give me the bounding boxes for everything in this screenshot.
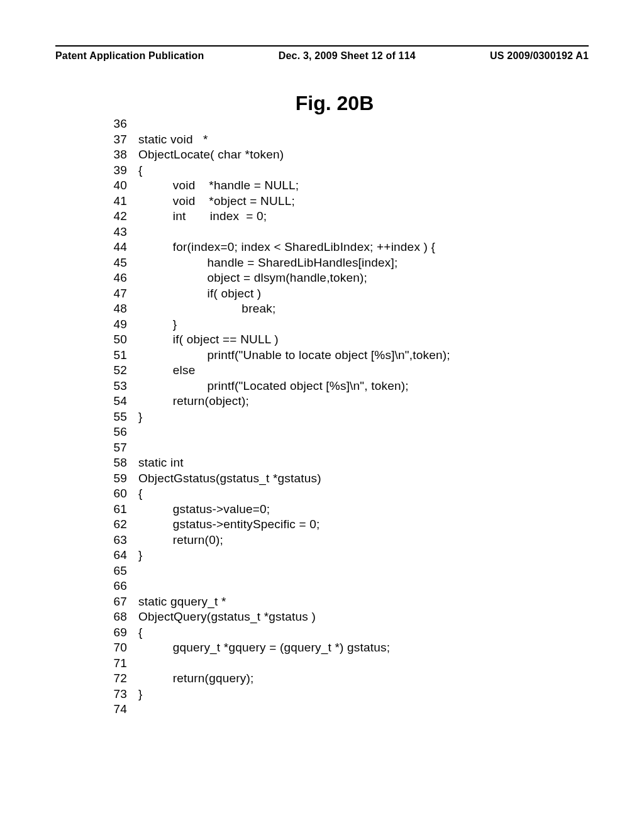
code-text: void *handle = NULL; <box>127 179 299 191</box>
code-text: static gquery_t * <box>127 595 226 607</box>
code-line: 45 handle = SharedLibHandles[index]; <box>99 257 589 268</box>
code-line: 41 void *object = NULL; <box>99 195 589 207</box>
code-text: ObjectQuery(gstatus_t *gstatus ) <box>127 611 316 622</box>
code-line: 40 void *handle = NULL; <box>99 179 589 191</box>
code-text: { <box>127 626 143 638</box>
code-text: printf("Unable to locate object [%s]\n",… <box>127 349 450 361</box>
line-number: 70 <box>99 641 127 653</box>
line-number: 55 <box>99 411 127 423</box>
code-text: printf("Located object [%s]\n", token); <box>127 380 409 392</box>
line-number: 59 <box>99 472 127 484</box>
line-number: 54 <box>99 395 127 407</box>
code-line: 71 <box>99 657 589 669</box>
line-number: 60 <box>99 487 127 499</box>
code-line: 72 return(gquery); <box>99 672 589 684</box>
code-text: int index = 0; <box>127 210 267 222</box>
line-number: 48 <box>99 302 127 314</box>
line-number: 69 <box>99 626 127 638</box>
line-number: 65 <box>99 565 127 577</box>
code-line: 53 printf("Located object [%s]\n", token… <box>99 380 589 392</box>
code-text: } <box>127 318 177 330</box>
code-line: 59ObjectGstatus(gstatus_t *gstatus) <box>99 472 589 484</box>
line-number: 73 <box>99 688 127 700</box>
code-line: 52 else <box>99 364 589 376</box>
line-number: 64 <box>99 549 127 561</box>
code-line: 60{ <box>99 487 589 499</box>
code-line: 43 <box>99 226 589 238</box>
code-line: 61 gstatus->value=0; <box>99 503 589 515</box>
code-text: { <box>127 164 143 176</box>
line-number: 58 <box>99 456 127 468</box>
code-line: 51 printf("Unable to locate object [%s]\… <box>99 349 589 361</box>
line-number: 63 <box>99 534 127 546</box>
code-text: return(object); <box>127 395 249 407</box>
line-number: 39 <box>99 164 127 176</box>
line-number: 42 <box>99 210 127 222</box>
header-left: Patent Application Publication <box>55 50 204 62</box>
code-line: 49 } <box>99 318 589 330</box>
code-text: gstatus->value=0; <box>127 503 270 515</box>
code-line: 56 <box>99 426 589 438</box>
header-row: Patent Application Publication Dec. 3, 2… <box>55 50 589 62</box>
code-line: 37static void * <box>99 133 589 145</box>
code-text: if( object ) <box>127 287 261 299</box>
code-listing: 3637static void *38ObjectLocate( char *t… <box>99 118 589 715</box>
line-number: 44 <box>99 241 127 253</box>
code-line: 64} <box>99 549 589 561</box>
code-line: 57 <box>99 441 589 453</box>
code-text: else <box>127 364 195 376</box>
code-text: return(gquery); <box>127 672 253 684</box>
line-number: 50 <box>99 333 127 345</box>
code-line: 47 if( object ) <box>99 287 589 299</box>
code-text: break; <box>127 302 275 314</box>
figure-title: Fig. 20B <box>80 92 589 115</box>
line-number: 38 <box>99 148 127 160</box>
line-number: 67 <box>99 595 127 607</box>
line-number: 68 <box>99 611 127 622</box>
page-container: Patent Application Publication Dec. 3, 2… <box>0 0 644 830</box>
code-line: 63 return(0); <box>99 534 589 546</box>
line-number: 36 <box>99 118 127 130</box>
line-number: 52 <box>99 364 127 376</box>
code-text: gstatus->entitySpecific = 0; <box>127 518 320 530</box>
line-number: 74 <box>99 703 127 715</box>
code-line: 70 gquery_t *gquery = (gquery_t *) gstat… <box>99 641 589 653</box>
line-number: 46 <box>99 272 127 284</box>
code-line: 68ObjectQuery(gstatus_t *gstatus ) <box>99 611 589 622</box>
code-line: 73} <box>99 688 589 700</box>
line-number: 40 <box>99 179 127 191</box>
code-line: 55} <box>99 411 589 423</box>
code-text: for(index=0; index < SharedLibIndex; ++i… <box>127 241 435 253</box>
line-number: 51 <box>99 349 127 361</box>
code-line: 38ObjectLocate( char *token) <box>99 148 589 160</box>
code-line: 58static int <box>99 456 589 468</box>
code-text: } <box>127 688 143 700</box>
header-right: US 2009/0300192 A1 <box>490 50 589 62</box>
code-line: 36 <box>99 118 589 130</box>
code-line: 74 <box>99 703 589 715</box>
code-text: if( object == NULL ) <box>127 333 279 345</box>
code-text: ObjectGstatus(gstatus_t *gstatus) <box>127 472 321 484</box>
line-number: 49 <box>99 318 127 330</box>
line-number: 41 <box>99 195 127 207</box>
code-text: object = dlsym(handle,token); <box>127 272 367 284</box>
code-line: 54 return(object); <box>99 395 589 407</box>
code-line: 67static gquery_t * <box>99 595 589 607</box>
code-text: return(0); <box>127 534 223 546</box>
header-rule <box>55 45 589 47</box>
code-line: 39{ <box>99 164 589 176</box>
code-text: static void * <box>127 133 208 145</box>
code-line: 69{ <box>99 626 589 638</box>
code-text: static int <box>127 456 184 468</box>
line-number: 37 <box>99 133 127 145</box>
code-line: 65 <box>99 565 589 577</box>
code-line: 62 gstatus->entitySpecific = 0; <box>99 518 589 530</box>
line-number: 43 <box>99 226 127 238</box>
line-number: 57 <box>99 441 127 453</box>
code-line: 50 if( object == NULL ) <box>99 333 589 345</box>
code-line: 46 object = dlsym(handle,token); <box>99 272 589 284</box>
header-center: Dec. 3, 2009 Sheet 12 of 114 <box>279 50 416 62</box>
code-text: void *object = NULL; <box>127 195 295 207</box>
code-text: } <box>127 411 143 423</box>
line-number: 47 <box>99 287 127 299</box>
